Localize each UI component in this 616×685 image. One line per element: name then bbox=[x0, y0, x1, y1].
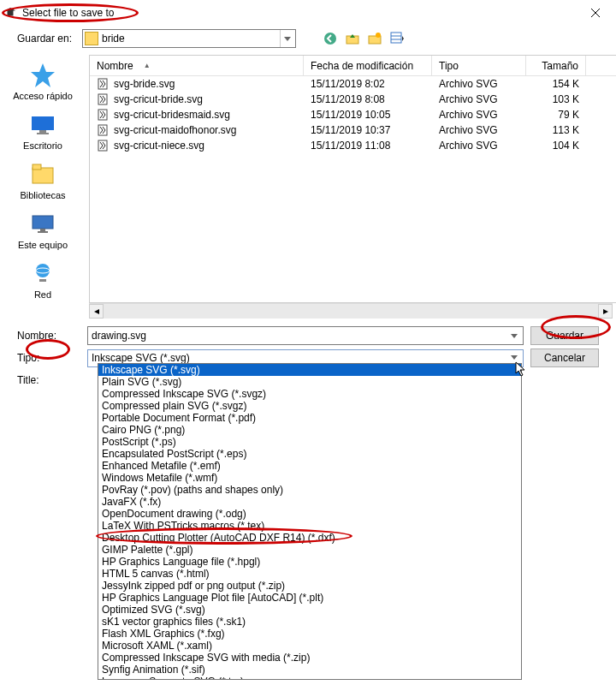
place-quick-access[interactable]: Acceso rápido bbox=[4, 58, 81, 104]
save-in-label: Guardar en: bbox=[17, 33, 77, 45]
file-date: 15/11/2019 10:05 bbox=[304, 109, 432, 121]
type-option[interactable]: JessyInk zipped pdf or png output (*.zip… bbox=[98, 580, 521, 592]
type-option[interactable]: LaTeX With PSTricks macros (*.tex) bbox=[98, 520, 521, 532]
file-size: 79 K bbox=[526, 109, 586, 121]
filename-label: Nombre: bbox=[17, 330, 80, 342]
col-date[interactable]: Fecha de modificación bbox=[304, 56, 432, 75]
type-option[interactable]: OpenDocument drawing (*.odg) bbox=[98, 508, 521, 520]
type-option[interactable]: sK1 vector graphics files (*.sk1) bbox=[98, 616, 521, 628]
cancel-button[interactable]: Cancelar bbox=[530, 348, 599, 367]
type-option[interactable]: Cairo PNG (*.png) bbox=[98, 424, 521, 436]
desktop-icon bbox=[29, 111, 56, 139]
type-option[interactable]: PovRay (*.pov) (paths and shapes only) bbox=[98, 484, 521, 496]
svg-file-icon bbox=[97, 78, 109, 90]
titlebar: Select file to save to bbox=[0, 0, 616, 26]
file-type: Archivo SVG bbox=[432, 124, 526, 136]
type-option[interactable]: JavaFX (*.fx) bbox=[98, 496, 521, 508]
file-row[interactable]: svg-bride.svg15/11/2019 8:02Archivo SVG1… bbox=[90, 76, 616, 92]
folder-combo[interactable]: bride bbox=[82, 29, 296, 48]
type-option[interactable]: Synfig Animation (*.sif) bbox=[98, 664, 521, 676]
col-size[interactable]: Tamaño bbox=[526, 56, 586, 75]
type-option[interactable]: HP Graphics Language file (*.hpgl) bbox=[98, 556, 521, 568]
file-size: 113 K bbox=[526, 124, 586, 136]
type-option[interactable]: Optimized SVG (*.svg) bbox=[98, 604, 521, 616]
type-dropdown-list[interactable]: Inkscape SVG (*.svg)Plain SVG (*.svg)Com… bbox=[98, 363, 522, 680]
file-date: 15/11/2019 10:37 bbox=[304, 124, 432, 136]
type-label: Tipo: bbox=[17, 352, 80, 364]
type-option[interactable]: Plain SVG (*.svg) bbox=[98, 376, 521, 388]
svg-rect-13 bbox=[33, 164, 41, 170]
place-desktop[interactable]: Escritorio bbox=[4, 108, 81, 154]
places-bar: Acceso rápido Escritorio Bibliotecas Est… bbox=[0, 55, 86, 303]
type-option[interactable]: HP Graphics Language Plot file [AutoCAD]… bbox=[98, 592, 521, 604]
type-option[interactable]: Compressed Inkscape SVG (*.svgz) bbox=[98, 388, 521, 400]
scroll-track[interactable] bbox=[104, 304, 598, 319]
svg-rect-12 bbox=[33, 168, 53, 183]
file-row[interactable]: svg-cricut-bridesmaid.svg15/11/2019 10:0… bbox=[90, 107, 616, 122]
view-menu-icon[interactable] bbox=[388, 30, 406, 47]
svg-rect-14 bbox=[33, 216, 53, 229]
svg-rect-10 bbox=[39, 130, 46, 133]
app-icon bbox=[3, 6, 17, 20]
file-date: 15/11/2019 8:02 bbox=[304, 78, 432, 90]
file-row[interactable]: svg-cricut-niece.svg15/11/2019 11:08Arch… bbox=[90, 138, 616, 153]
type-option[interactable]: Enhanced Metafile (*.emf) bbox=[98, 460, 521, 472]
file-name: svg-cricut-niece.svg bbox=[114, 140, 204, 152]
svg-point-2 bbox=[324, 33, 336, 45]
horizontal-scrollbar[interactable]: ◂ ▸ bbox=[89, 303, 613, 318]
scroll-right-icon[interactable]: ▸ bbox=[598, 304, 613, 319]
star-icon bbox=[29, 62, 56, 89]
file-list[interactable]: Nombre▲ Fecha de modificación Tipo Tamañ… bbox=[89, 55, 616, 303]
type-option[interactable]: GIMP Palette (*.gpl) bbox=[98, 544, 521, 556]
col-name[interactable]: Nombre▲ bbox=[90, 56, 304, 75]
scroll-left-icon[interactable]: ◂ bbox=[89, 304, 104, 319]
close-button[interactable] bbox=[578, 1, 613, 25]
type-option[interactable]: HTML 5 canvas (*.html) bbox=[98, 568, 521, 580]
file-size: 104 K bbox=[526, 140, 586, 152]
file-size: 103 K bbox=[526, 93, 586, 105]
back-icon[interactable] bbox=[322, 30, 339, 47]
svg-point-5 bbox=[376, 33, 381, 38]
type-option[interactable]: Encapsulated PostScript (*.eps) bbox=[98, 448, 521, 460]
svg-point-17 bbox=[36, 264, 50, 277]
file-type: Archivo SVG bbox=[432, 93, 526, 105]
folder-toolbar: Guardar en: bride bbox=[0, 26, 616, 55]
type-option[interactable]: Portable Document Format (*.pdf) bbox=[98, 412, 521, 424]
type-option[interactable]: PostScript (*.ps) bbox=[98, 436, 521, 448]
folder-icon bbox=[85, 32, 98, 45]
file-name: svg-bride.svg bbox=[114, 78, 175, 90]
file-type: Archivo SVG bbox=[432, 78, 526, 90]
up-folder-icon[interactable] bbox=[344, 30, 361, 47]
file-name: svg-cricut-maidofhonor.svg bbox=[114, 124, 236, 136]
type-option[interactable]: Inkscape SVG (*.svg) bbox=[98, 364, 521, 376]
save-button[interactable]: Guardar bbox=[530, 326, 599, 345]
svg-rect-11 bbox=[37, 133, 49, 134]
type-option[interactable]: Flash XML Graphics (*.fxg) bbox=[98, 628, 521, 640]
svg-rect-6 bbox=[391, 33, 401, 43]
new-folder-icon[interactable] bbox=[366, 30, 383, 47]
folder-name: bride bbox=[102, 33, 280, 45]
file-name: svg-cricut-bridesmaid.svg bbox=[114, 109, 230, 121]
type-option[interactable]: Compressed plain SVG (*.svgz) bbox=[98, 400, 521, 412]
type-option[interactable]: Compressed Inkscape SVG with media (*.zi… bbox=[98, 652, 521, 664]
place-libraries[interactable]: Bibliotecas bbox=[4, 158, 81, 204]
svg-file-icon bbox=[97, 109, 109, 121]
filename-input[interactable]: drawing.svg bbox=[87, 326, 524, 345]
file-type: Archivo SVG bbox=[432, 140, 526, 152]
libraries-icon bbox=[29, 161, 56, 188]
filename-dropdown-icon[interactable] bbox=[507, 329, 521, 342]
place-this-pc[interactable]: Este equipo bbox=[4, 207, 81, 253]
svg-file-icon bbox=[97, 140, 109, 152]
col-type[interactable]: Tipo bbox=[432, 56, 526, 75]
type-option[interactable]: Windows Metafile (*.wmf) bbox=[98, 472, 521, 484]
folder-combo-dropdown[interactable] bbox=[280, 30, 293, 47]
type-option[interactable]: Desktop Cutting Plotter (AutoCAD DXF R14… bbox=[98, 532, 521, 544]
file-name: svg-cricut-bride.svg bbox=[114, 93, 203, 105]
file-row[interactable]: svg-cricut-bride.svg15/11/2019 8:08Archi… bbox=[90, 92, 616, 107]
svg-file-icon bbox=[97, 93, 109, 105]
svg-rect-16 bbox=[38, 231, 48, 233]
file-row[interactable]: svg-cricut-maidofhonor.svg15/11/2019 10:… bbox=[90, 122, 616, 138]
place-network[interactable]: Red bbox=[4, 257, 81, 303]
type-option[interactable]: Layers as Separate SVG (*.tar) bbox=[98, 676, 521, 680]
type-option[interactable]: Microsoft XAML (*.xaml) bbox=[98, 640, 521, 652]
